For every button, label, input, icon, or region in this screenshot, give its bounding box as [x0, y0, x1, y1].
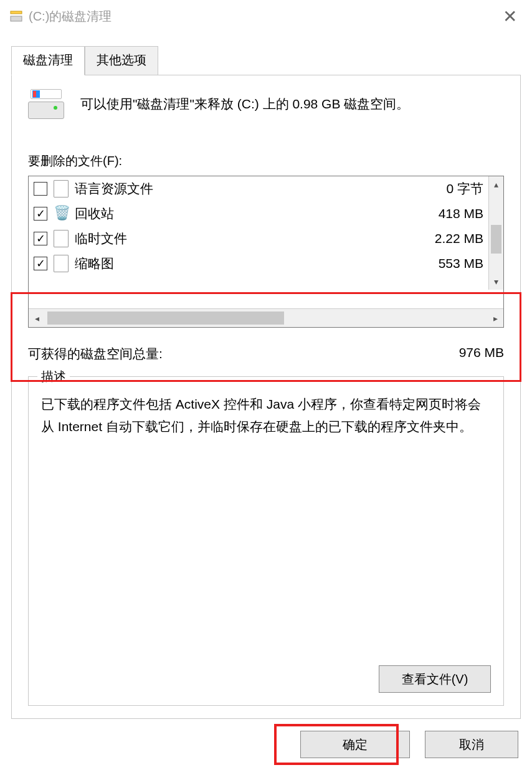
- total-space-label: 可获得的磁盘空间总量:: [28, 345, 163, 363]
- file-name: 语言资源文件: [75, 180, 440, 197]
- dialog-footer: 确定 取消: [0, 719, 532, 770]
- checkbox[interactable]: [34, 207, 47, 221]
- file-list[interactable]: 语言资源文件 0 字节 🗑️ 回收站 418 MB 临时文件 2.22 MB: [29, 176, 503, 308]
- list-item[interactable]: 语言资源文件 0 字节: [29, 176, 503, 201]
- list-item[interactable]: 缩略图 553 MB: [29, 251, 503, 276]
- file-size: 2.22 MB: [435, 231, 496, 246]
- svg-rect-0: [11, 11, 22, 14]
- scroll-up-icon[interactable]: ▴: [489, 176, 503, 192]
- checkbox[interactable]: [34, 257, 47, 270]
- tab-other-options[interactable]: 其他选项: [85, 46, 158, 75]
- horizontal-scrollbar[interactable]: ◂ ▸: [29, 308, 503, 327]
- file-size: 418 MB: [439, 206, 496, 221]
- vertical-scrollbar[interactable]: ▴ ▾: [488, 176, 503, 290]
- intro-text: 可以使用"磁盘清理"来释放 (C:) 上的 0.98 GB 磁盘空间。: [80, 94, 409, 114]
- description-text: 已下载的程序文件包括 ActiveX 控件和 Java 小程序，你查看特定网页时…: [41, 393, 491, 437]
- file-name: 缩略图: [75, 255, 432, 272]
- ok-button[interactable]: 确定: [300, 731, 410, 758]
- close-button[interactable]: ✕: [498, 6, 522, 27]
- total-space-value: 976 MB: [459, 345, 504, 363]
- svg-rect-1: [11, 16, 22, 21]
- checkbox[interactable]: [34, 182, 47, 196]
- description-fieldset: 描述 已下载的程序文件包括 ActiveX 控件和 Java 小程序，你查看特定…: [28, 376, 504, 706]
- scroll-left-icon[interactable]: ◂: [29, 313, 45, 323]
- file-icon: [54, 180, 69, 197]
- content-area: 磁盘清理 其他选项 可以使用"磁盘清理"来释放 (C:) 上的 0.98 GB …: [0, 32, 532, 719]
- scroll-down-icon[interactable]: ▾: [489, 273, 503, 290]
- drive-icon: [28, 89, 64, 119]
- description-legend: 描述: [37, 368, 70, 385]
- list-item[interactable]: 🗑️ 回收站 418 MB: [29, 201, 503, 226]
- file-size: 553 MB: [439, 256, 496, 271]
- scroll-track[interactable]: [489, 192, 503, 273]
- titlebar: (C:)的磁盘清理 ✕: [0, 0, 532, 32]
- intro-row: 可以使用"磁盘清理"来释放 (C:) 上的 0.98 GB 磁盘空间。: [28, 89, 504, 119]
- window-title: (C:)的磁盘清理: [29, 8, 112, 25]
- checkbox[interactable]: [34, 232, 47, 245]
- scroll-right-icon[interactable]: ▸: [487, 313, 503, 323]
- total-space-row: 可获得的磁盘空间总量: 976 MB: [28, 345, 504, 363]
- recycle-bin-icon: 🗑️: [54, 205, 69, 222]
- view-files-button[interactable]: 查看文件(V): [379, 665, 491, 693]
- files-to-delete-label: 要删除的文件(F):: [28, 153, 504, 169]
- file-icon: [54, 255, 69, 272]
- scroll-thumb[interactable]: [47, 311, 284, 325]
- file-name: 回收站: [75, 205, 432, 222]
- tab-disk-cleanup[interactable]: 磁盘清理: [11, 46, 85, 75]
- file-name: 临时文件: [75, 230, 429, 247]
- tab-panel: 可以使用"磁盘清理"来释放 (C:) 上的 0.98 GB 磁盘空间。 要删除的…: [11, 75, 521, 719]
- disk-cleanup-icon: [10, 10, 22, 22]
- list-item[interactable]: 临时文件 2.22 MB: [29, 226, 503, 251]
- file-icon: [54, 230, 69, 247]
- disk-cleanup-window: (C:)的磁盘清理 ✕ 磁盘清理 其他选项 可以使用"磁盘清理"来释放 (C:)…: [0, 0, 532, 770]
- file-list-container: 语言资源文件 0 字节 🗑️ 回收站 418 MB 临时文件 2.22 MB: [28, 176, 504, 328]
- scroll-track[interactable]: [45, 309, 487, 327]
- cancel-button[interactable]: 取消: [425, 731, 518, 758]
- scroll-thumb[interactable]: [491, 225, 501, 254]
- tab-bar: 磁盘清理 其他选项: [11, 46, 521, 75]
